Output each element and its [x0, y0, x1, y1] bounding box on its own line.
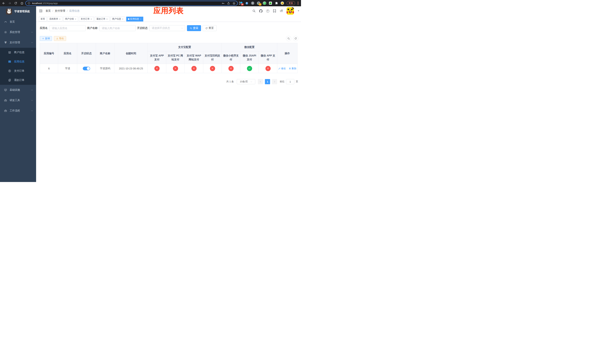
sidebar-item-workflow[interactable]: 工作流程: [0, 106, 36, 116]
edit-link[interactable]: 修改: [278, 67, 286, 70]
col-alipay-app: 支付宝 APP 支付: [148, 51, 166, 64]
status-alipay-qr: [210, 66, 215, 71]
toggle-search-button[interactable]: [286, 36, 291, 41]
app-name-input[interactable]: [49, 25, 86, 31]
page-size-select[interactable]: 10条/页: [237, 79, 255, 84]
sidebar-item-merchant-info[interactable]: 商户信息: [0, 48, 36, 57]
search-button[interactable]: 搜索: [187, 25, 201, 31]
breadcrumb-home[interactable]: 首页: [45, 9, 51, 13]
share-icon[interactable]: [227, 2, 230, 5]
close-icon[interactable]: [75, 18, 76, 20]
chevron-down-icon: [31, 99, 33, 101]
col-wechat-app: 微信 APP 支付: [259, 51, 277, 64]
delete-link[interactable]: 删除: [289, 67, 296, 70]
col-app-id: 应用编号: [40, 43, 58, 64]
status-toggle[interactable]: [83, 67, 90, 70]
screen: localhost:1024/pay/app 10 ⌘: [0, 0, 301, 182]
fullscreen-icon[interactable]: [273, 9, 276, 13]
table-toolbar: 新增 导出: [40, 36, 298, 41]
extension-profile-icon[interactable]: 1: [257, 1, 260, 5]
github-icon[interactable]: [259, 9, 262, 13]
browser-toolbar: localhost:1024/pay/app 10 ⌘: [0, 0, 301, 6]
user-avatar[interactable]: [287, 7, 294, 15]
app-logo[interactable]: 芋道管理系统: [0, 6, 36, 17]
tab-user-group[interactable]: 用户分组: [63, 17, 78, 21]
app-name-label: 应用名: [40, 26, 48, 30]
reset-button[interactable]: 重置: [203, 25, 216, 31]
close-icon[interactable]: [106, 18, 108, 20]
col-actions: 操作: [277, 43, 298, 64]
tab-app-info[interactable]: 应用信息: [126, 17, 143, 21]
browser-update-button[interactable]: 更新: [287, 1, 295, 5]
extension-badge: 10: [241, 3, 244, 6]
sidebar-item-app-info[interactable]: 应用信息: [0, 57, 36, 66]
extension-command-icon[interactable]: ⌘: [251, 1, 254, 5]
collapse-sidebar-icon[interactable]: [39, 9, 43, 13]
bookmark-star-icon[interactable]: [233, 2, 236, 5]
extension-badge: 1: [259, 3, 261, 6]
tab-refund-orders[interactable]: 退款订单: [95, 17, 110, 21]
tab-payment-orders[interactable]: 支付订单: [79, 17, 94, 21]
shop-icon: [8, 51, 11, 54]
user-menu-caret-icon[interactable]: [298, 9, 300, 13]
add-button[interactable]: 新增: [40, 36, 52, 41]
browser-profile-avatar[interactable]: [281, 1, 284, 5]
refresh-button[interactable]: [293, 36, 298, 41]
tab-merchant-info[interactable]: 商户信息: [110, 17, 125, 21]
site-info-icon[interactable]: [28, 2, 30, 5]
cell-app-name: 芋道: [58, 64, 77, 73]
sidebar-item-refund-orders[interactable]: 退款订单: [0, 75, 36, 85]
page-annotation-title: 应用列表: [153, 6, 184, 16]
sidebar-item-home[interactable]: 首页: [0, 17, 36, 27]
browser-menu-icon[interactable]: [298, 2, 298, 5]
sidebar-item-payment-orders[interactable]: 支付订单: [0, 66, 36, 75]
close-icon[interactable]: [122, 18, 124, 20]
export-button[interactable]: 导出: [54, 36, 66, 41]
close-icon[interactable]: [140, 18, 142, 20]
sidebar-item-payment[interactable]: ¥ 支付管理: [0, 37, 36, 48]
close-icon[interactable]: [59, 18, 61, 20]
sidebar-item-infra[interactable]: 基础设施: [0, 85, 36, 95]
font-size-icon[interactable]: TT: [280, 9, 283, 13]
url-bar[interactable]: localhost:1024/pay/app: [25, 1, 238, 6]
documents-icon: [8, 79, 11, 82]
toolbox-icon: [4, 99, 7, 102]
col-wechat-mini: 微信小程序支付: [222, 51, 240, 64]
help-icon[interactable]: ?: [266, 9, 269, 13]
goto-page-input[interactable]: [286, 79, 294, 84]
close-icon[interactable]: [90, 18, 92, 20]
password-key-icon[interactable]: [222, 2, 225, 5]
extension-y-icon[interactable]: Y: [263, 1, 266, 5]
extension-diamond-icon[interactable]: 10: [239, 1, 243, 5]
monitor-chart-icon: [4, 88, 7, 91]
search-icon[interactable]: [252, 9, 256, 13]
goto-label: 前往: [280, 80, 285, 83]
back-icon[interactable]: [1, 0, 6, 6]
sidebar-item-dev-tools[interactable]: 研发工具: [0, 95, 36, 106]
col-merchant: 商户名称: [96, 43, 114, 64]
col-group-wechat: 微信配置: [222, 43, 277, 51]
forward-icon[interactable]: [7, 0, 12, 6]
home-icon[interactable]: [19, 0, 24, 6]
chevron-down-icon: [250, 81, 252, 83]
col-app-name: 应用名: [58, 43, 77, 64]
extension-chat-icon[interactable]: [269, 1, 272, 5]
page-number-1[interactable]: 1: [265, 79, 270, 84]
reload-icon[interactable]: [13, 0, 18, 6]
next-page-button[interactable]: [272, 79, 277, 84]
sidebar-item-system[interactable]: 系统管理: [0, 27, 36, 37]
extensions-puzzle-icon[interactable]: [275, 1, 278, 5]
status-alipay-wap: [191, 66, 197, 71]
prev-page-button[interactable]: [258, 79, 263, 84]
col-created: 创建时间: [114, 43, 148, 64]
merchant-name-input[interactable]: [99, 25, 136, 31]
breadcrumb-payment[interactable]: 支付管理: [55, 9, 65, 13]
tab-process-form[interactable]: 流程表单: [48, 17, 62, 21]
extension-balloon-icon[interactable]: [245, 1, 248, 5]
status-select[interactable]: 请选择开启状态: [149, 25, 185, 31]
apps-table: 应用编号 应用名 开启状态 商户名称 创建时间 支付宝配置 微信配置 操作 支付…: [40, 43, 298, 73]
dashboard-icon: [4, 20, 7, 23]
tab-home[interactable]: 首页: [39, 17, 47, 21]
cell-merchant: 芋道源码: [96, 64, 114, 73]
col-status: 开启状态: [77, 43, 96, 64]
